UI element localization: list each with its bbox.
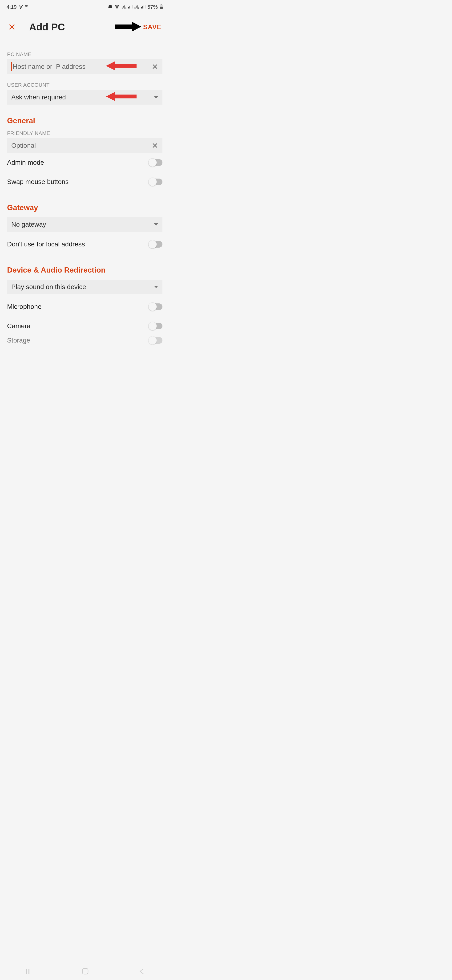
- wifi-icon: [114, 4, 120, 10]
- pc-name-input[interactable]: Host name or IP address ✕: [7, 59, 162, 74]
- sound-value: Play sound on this device: [11, 283, 154, 291]
- friendly-name-placeholder: Optional: [11, 142, 152, 150]
- svg-point-0: [117, 8, 117, 8]
- text-cursor: [11, 62, 12, 71]
- svg-rect-3: [131, 5, 132, 8]
- local-addr-label: Don't use for local address: [7, 240, 149, 248]
- storage-label: Storage: [7, 337, 149, 344]
- alarm-icon: [108, 4, 113, 10]
- svg-rect-5: [141, 7, 142, 8]
- gateway-value: No gateway: [11, 221, 154, 228]
- signal-lte1: Vo LTE1: [122, 5, 127, 9]
- section-gateway: Gateway: [7, 203, 162, 212]
- status-app-icon: V: [19, 4, 22, 10]
- section-device-audio: Device & Audio Redirection: [7, 266, 162, 274]
- clear-pc-name-icon[interactable]: ✕: [152, 62, 158, 72]
- svg-rect-2: [130, 6, 130, 8]
- chevron-down-icon: [154, 96, 158, 99]
- local-addr-row: Don't use for local address: [7, 235, 162, 254]
- signal-bars-2-icon: [141, 5, 146, 10]
- svg-marker-13: [132, 22, 141, 32]
- microphone-row: Microphone: [7, 297, 162, 317]
- camera-row: Camera: [7, 317, 162, 336]
- clear-friendly-name-icon[interactable]: ✕: [152, 141, 158, 150]
- camera-label: Camera: [7, 322, 149, 330]
- status-bar: 4:19 V ۳ Vo LTE1 Vo LTE2 57%: [0, 0, 170, 14]
- header: ✕ Add PC SAVE: [0, 14, 170, 40]
- microphone-toggle[interactable]: [149, 304, 162, 310]
- svg-rect-7: [144, 5, 144, 8]
- friendly-name-input[interactable]: Optional ✕: [7, 138, 162, 153]
- signal-bars-1-icon: [128, 5, 133, 10]
- user-account-label: USER ACCOUNT: [7, 82, 162, 88]
- status-left: 4:19 V ۳: [6, 4, 28, 10]
- pc-name-placeholder: Host name or IP address: [13, 63, 152, 70]
- status-right: Vo LTE1 Vo LTE2 57%: [108, 4, 163, 10]
- swap-mouse-row: Swap mouse buttons: [7, 172, 162, 191]
- storage-row: Storage: [7, 336, 162, 345]
- battery-percent: 57%: [147, 4, 158, 10]
- admin-mode-toggle[interactable]: [149, 159, 162, 166]
- close-icon[interactable]: ✕: [8, 22, 16, 32]
- content: PC NAME Host name or IP address ✕ USER A…: [0, 40, 170, 366]
- svg-rect-4: [132, 5, 133, 8]
- microphone-label: Microphone: [7, 303, 149, 310]
- admin-mode-row: Admin mode: [7, 153, 162, 172]
- svg-rect-9: [160, 4, 162, 5]
- pc-name-label: PC NAME: [7, 51, 162, 57]
- chevron-down-icon: [154, 223, 158, 226]
- sound-dropdown[interactable]: Play sound on this device: [7, 280, 162, 294]
- user-account-dropdown[interactable]: Ask when required: [7, 90, 162, 105]
- svg-rect-6: [143, 6, 143, 8]
- section-general: General: [7, 116, 162, 125]
- swap-mouse-label: Swap mouse buttons: [7, 178, 149, 186]
- status-extra: ۳: [25, 4, 28, 10]
- svg-rect-11: [160, 6, 163, 9]
- admin-mode-label: Admin mode: [7, 159, 149, 166]
- signal-lte2: Vo LTE2: [135, 5, 140, 9]
- storage-toggle[interactable]: [149, 337, 162, 344]
- svg-rect-1: [128, 7, 129, 8]
- save-button[interactable]: SAVE: [143, 23, 162, 31]
- friendly-name-label: FRIENDLY NAME: [7, 130, 162, 137]
- swap-mouse-toggle[interactable]: [149, 178, 162, 185]
- local-addr-toggle[interactable]: [149, 241, 162, 248]
- status-time: 4:19: [6, 4, 17, 10]
- svg-rect-12: [115, 24, 132, 29]
- annotation-arrow-save: [115, 22, 141, 32]
- camera-toggle[interactable]: [149, 323, 162, 329]
- svg-rect-8: [145, 5, 146, 8]
- user-account-value: Ask when required: [11, 94, 154, 101]
- battery-icon: [160, 4, 163, 10]
- gateway-dropdown[interactable]: No gateway: [7, 217, 162, 232]
- chevron-down-icon: [154, 286, 158, 288]
